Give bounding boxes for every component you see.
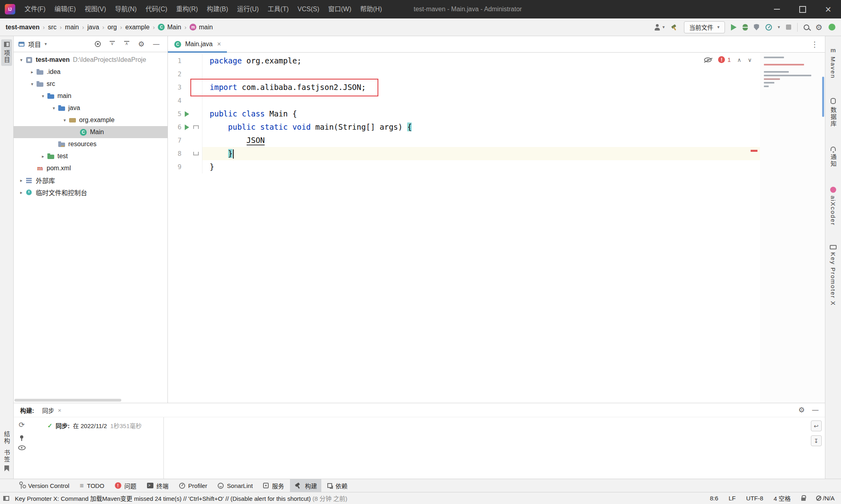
previous-error-icon[interactable]: ∧ bbox=[737, 57, 741, 63]
code-line[interactable]: 7 JSON bbox=[168, 134, 760, 147]
hide-panel-icon[interactable]: — bbox=[153, 41, 159, 47]
code-line[interactable]: 1package org.example; bbox=[168, 54, 760, 67]
green-plugin-icon[interactable] bbox=[829, 24, 835, 31]
tab-close-icon[interactable]: × bbox=[217, 40, 221, 48]
tree-chevron-icon[interactable]: ▸ bbox=[29, 69, 36, 75]
collapse-all-icon[interactable]: ∧ bbox=[124, 41, 130, 47]
tree-item[interactable]: ▾src bbox=[14, 78, 167, 90]
caret-position[interactable]: 8:6 bbox=[710, 495, 718, 502]
menu-item[interactable]: 导航(N) bbox=[110, 0, 141, 18]
code-line[interactable]: 8 } bbox=[168, 147, 760, 160]
locate-file-icon[interactable] bbox=[95, 41, 101, 47]
toolbtn-maven-tool[interactable]: Maven bbox=[829, 44, 838, 81]
breadcrumb-item[interactable]: CMain bbox=[158, 24, 181, 31]
tree-item[interactable]: ▾java bbox=[14, 102, 167, 114]
close-button[interactable]: × bbox=[815, 0, 841, 18]
tree-item[interactable]: ▾main bbox=[14, 90, 167, 102]
toolbtn-branch[interactable]: Version Control bbox=[14, 479, 74, 492]
run-button[interactable] bbox=[731, 24, 737, 31]
menu-item[interactable]: 帮助(H) bbox=[356, 0, 386, 18]
code-line[interactable]: 9} bbox=[168, 160, 760, 173]
toolbtn-services[interactable]: 服务 bbox=[259, 479, 288, 492]
toolbtn-dependencies[interactable]: 依赖 bbox=[323, 479, 352, 492]
menu-item[interactable]: 运行(U) bbox=[233, 0, 263, 18]
tree-chevron-icon[interactable]: ▾ bbox=[18, 57, 25, 63]
tree-item[interactable]: Main bbox=[14, 126, 167, 138]
toolbtn-bell[interactable]: 通知 bbox=[828, 144, 839, 170]
build-tab-sync[interactable]: 同步 × bbox=[42, 406, 61, 414]
breadcrumb-item[interactable]: example bbox=[125, 24, 149, 31]
menu-item[interactable]: VCS(S) bbox=[293, 0, 324, 18]
tree-chevron-icon[interactable]: ▾ bbox=[29, 82, 36, 87]
breadcrumb-item[interactable]: mmain bbox=[190, 24, 213, 31]
build-hammer-icon[interactable] bbox=[671, 24, 678, 31]
minimize-button[interactable] bbox=[764, 0, 790, 18]
tree-item[interactable]: pom.xml bbox=[14, 162, 167, 174]
tree-chevron-icon[interactable]: ▾ bbox=[39, 94, 47, 99]
menu-item[interactable]: 编辑(E) bbox=[50, 0, 80, 18]
next-error-icon[interactable]: ∨ bbox=[748, 57, 752, 63]
lock-icon[interactable] bbox=[801, 498, 806, 501]
menu-item[interactable]: 构建(B) bbox=[202, 0, 233, 18]
toolbtn-aixcoder[interactable]: aiXcoder bbox=[829, 184, 838, 228]
breadcrumb-item[interactable]: java bbox=[88, 24, 99, 31]
highlighting-eye-icon[interactable] bbox=[704, 57, 712, 62]
toolbtn-sonarlint[interactable]: SonarLint bbox=[213, 479, 257, 492]
toolbtn-profiler[interactable]: Profiler bbox=[175, 479, 212, 492]
profiler-button[interactable] bbox=[765, 24, 772, 31]
bookmark-flag-icon[interactable] bbox=[4, 465, 9, 471]
tree-item[interactable]: resources bbox=[14, 138, 167, 150]
menu-item[interactable]: 文件(F) bbox=[20, 0, 50, 18]
toolbtn-terminal[interactable]: 终端 bbox=[143, 479, 173, 492]
minimap-scrollbar[interactable] bbox=[822, 77, 824, 117]
tab-close-icon[interactable]: × bbox=[58, 407, 61, 414]
na-indicator[interactable]: /N/A bbox=[816, 495, 835, 502]
project-panel-title[interactable]: 项目 bbox=[28, 39, 41, 49]
scroll-to-end-icon[interactable]: ↧ bbox=[811, 435, 822, 446]
breadcrumb-item[interactable]: main bbox=[65, 24, 79, 31]
hide-panel-icon[interactable]: — bbox=[812, 407, 819, 413]
tree-item[interactable]: ▸.idea bbox=[14, 66, 167, 78]
fold-marker-icon[interactable] bbox=[192, 125, 200, 129]
gear-icon[interactable]: ⚙ bbox=[815, 23, 823, 31]
stop-button[interactable] bbox=[786, 24, 791, 30]
toolbtn-project[interactable]: 项目 bbox=[1, 39, 12, 66]
status-message[interactable]: Key Promoter X: Command 加载Maven变更 missed… bbox=[15, 494, 347, 502]
code-editor[interactable]: 1package org.example;23import com.alibab… bbox=[168, 53, 825, 403]
line-separator[interactable]: LF bbox=[729, 495, 736, 502]
search-icon[interactable] bbox=[804, 24, 809, 30]
code-line[interactable]: 4 bbox=[168, 94, 760, 107]
tree-item[interactable]: ▸test bbox=[14, 150, 167, 162]
toolbtn-bookmarks[interactable]: 书签 bbox=[1, 447, 12, 465]
tree-item[interactable]: ▾org.example bbox=[14, 114, 167, 126]
pin-icon[interactable] bbox=[20, 435, 23, 439]
tree-chevron-icon[interactable]: ▾ bbox=[50, 106, 57, 111]
minimap[interactable] bbox=[760, 53, 825, 403]
breadcrumb-item[interactable]: test-maven bbox=[6, 24, 39, 31]
tree-chevron-icon[interactable]: ▸ bbox=[18, 178, 25, 183]
soft-wrap-icon[interactable]: ↩ bbox=[811, 420, 822, 431]
menu-item[interactable]: 重构(R) bbox=[172, 0, 202, 18]
tree-chevron-icon[interactable]: ▾ bbox=[61, 118, 68, 123]
fold-marker-icon[interactable] bbox=[192, 152, 200, 155]
build-result-row[interactable]: ✓ 同步: 在 2022/11/2 1秒351毫秒 bbox=[47, 421, 163, 430]
menu-item[interactable]: 代码(C) bbox=[141, 0, 171, 18]
indent-setting[interactable]: 4 空格 bbox=[774, 494, 791, 502]
toolbtn-structure[interactable]: 结构 bbox=[1, 429, 12, 447]
toolbtn-keyboard[interactable]: Key Promoter X bbox=[829, 243, 838, 308]
breadcrumb-item[interactable]: org bbox=[108, 24, 117, 31]
code-line[interactable]: 5public class Main { bbox=[168, 107, 760, 120]
gear-icon[interactable]: ⚙ bbox=[138, 41, 145, 48]
run-configuration-select[interactable]: 当前文件▾ bbox=[684, 21, 725, 33]
run-line-icon[interactable] bbox=[182, 124, 192, 130]
tree-chevron-icon[interactable]: ▸ bbox=[18, 190, 25, 195]
maximize-button[interactable] bbox=[790, 0, 815, 18]
menu-item[interactable]: 工具(T) bbox=[263, 0, 293, 18]
tree-chevron-icon[interactable]: ▸ bbox=[39, 154, 47, 159]
editor-tab-main-java[interactable]: Main.java × bbox=[168, 36, 227, 52]
tree-item[interactable]: ▾test-mavenD:\IdeaProjects\IdeaProje bbox=[14, 54, 167, 66]
more-run-options-icon[interactable]: ▾ bbox=[778, 24, 780, 30]
toolbtn-build[interactable]: 构建 bbox=[290, 479, 321, 492]
refresh-icon[interactable]: ⟳ bbox=[18, 421, 24, 429]
file-encoding[interactable]: UTF-8 bbox=[746, 495, 763, 502]
